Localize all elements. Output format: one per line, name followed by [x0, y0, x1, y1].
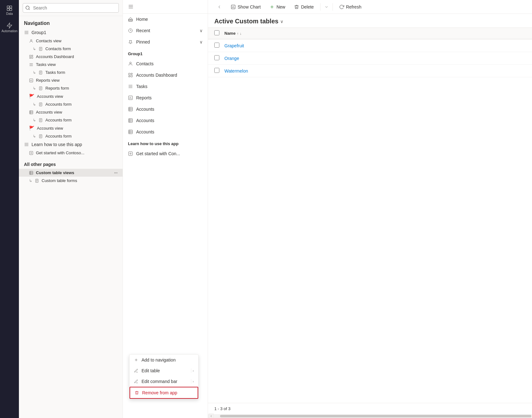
form-icon: [38, 47, 43, 51]
table-row[interactable]: Orange: [208, 52, 532, 65]
svg-rect-37: [30, 110, 33, 114]
nav-item-accounts-view-1[interactable]: 🚩 Accounts view: [19, 92, 123, 100]
nav-item-accounts-form-2[interactable]: ↳ Accounts form: [19, 116, 123, 124]
add-icon: [134, 358, 138, 362]
title-chevron-icon[interactable]: ∨: [280, 19, 283, 24]
svg-rect-52: [30, 151, 33, 155]
middle-group1-title: Group1: [123, 48, 208, 58]
middle-nav-home[interactable]: Home: [123, 14, 208, 25]
nav-item-custom-table-views[interactable]: Custom table views ···: [19, 169, 123, 177]
nav-item-get-started[interactable]: Get started with Contoso...: [19, 149, 123, 157]
scrollbar-area: [208, 414, 532, 418]
nav-item-accounts-dashboard[interactable]: Accounts Dashboard: [19, 53, 123, 61]
nav-item-tasks-form[interactable]: ↳ Tasks form: [19, 68, 123, 76]
edit-command-bar-label: Edit command bar: [142, 379, 177, 384]
sub-arrow-icon: ↳: [33, 102, 36, 107]
svg-rect-88: [129, 130, 132, 134]
add-to-navigation-item[interactable]: Add to navigation: [130, 355, 198, 365]
select-all-checkbox[interactable]: [214, 30, 219, 35]
edit-table-item[interactable]: Edit table ›: [130, 365, 198, 376]
delete-icon: [135, 391, 139, 395]
middle-nav-tasks[interactable]: Tasks: [123, 81, 208, 92]
accounts-1-nav-label: Accounts: [136, 107, 154, 112]
nav-item-contacts-view[interactable]: Contacts view: [19, 37, 123, 45]
table-header-row: Name ↑ ↓: [208, 28, 532, 39]
form-icon: [38, 70, 43, 75]
scroll-left-button[interactable]: [209, 414, 214, 418]
nav-item-accounts-view-3[interactable]: 🚩 Accounts view: [19, 124, 123, 132]
row-checkbox-cell: [214, 68, 224, 74]
svg-rect-72: [129, 76, 130, 77]
sub-arrow-icon: ↳: [33, 70, 36, 75]
automation-icon-item[interactable]: Automation: [1, 21, 18, 35]
middle-nav-pinned[interactable]: Pinned ∨: [123, 36, 208, 48]
svg-point-93: [130, 153, 131, 154]
middle-nav-accounts-dashboard[interactable]: Accounts Dashboard: [123, 69, 208, 81]
nav-item-label: Reports view: [36, 78, 60, 83]
back-button[interactable]: [213, 3, 226, 11]
recent-label: Recent: [136, 28, 150, 33]
nav-item-custom-table-forms[interactable]: ↳ Custom table forms: [19, 177, 123, 185]
remove-from-app-item[interactable]: Remove from app: [130, 387, 198, 399]
name-column-header[interactable]: Name ↑ ↓: [224, 31, 526, 36]
middle-nav-recent[interactable]: Recent ∨: [123, 25, 208, 36]
svg-point-53: [31, 152, 32, 154]
nav-item-tasks-view[interactable]: Tasks view: [19, 61, 123, 68]
refresh-label: Refresh: [346, 4, 361, 9]
nav-item-contacts-form[interactable]: ↳ Contacts form: [19, 45, 123, 53]
row-checkbox[interactable]: [214, 55, 219, 60]
data-icon-item[interactable]: Data: [1, 3, 18, 17]
row-checkbox-cell: [214, 43, 224, 49]
nav-item-reports-form[interactable]: ↳ Reports form: [19, 84, 123, 92]
row-name-link[interactable]: Orange: [224, 56, 526, 61]
delete-icon: [294, 4, 299, 9]
svg-rect-80: [129, 107, 132, 111]
search-input[interactable]: [23, 3, 119, 13]
automation-label: Automation: [2, 29, 18, 33]
scrollbar-track[interactable]: [220, 415, 531, 417]
middle-nav-get-started[interactable]: Get started with Con...: [123, 148, 208, 159]
row-checkbox[interactable]: [214, 68, 219, 73]
row-checkbox[interactable]: [214, 43, 219, 48]
table-row[interactable]: Grapefruit: [208, 39, 532, 52]
main-title: Active Custom tables: [214, 18, 278, 25]
row-name-link[interactable]: Watermelon: [224, 68, 526, 74]
svg-rect-69: [129, 73, 130, 75]
accounts-dashboard-nav-label: Accounts Dashboard: [136, 73, 177, 78]
more-dots-icon[interactable]: ···: [114, 170, 118, 175]
learn-section-header[interactable]: Learn how to use this app: [19, 140, 123, 149]
hamburger-icon[interactable]: [128, 4, 134, 9]
svg-rect-92: [129, 152, 132, 156]
nav-item-reports-view[interactable]: Reports view: [19, 76, 123, 84]
nav-item-accounts-form-3[interactable]: ↳ Accounts form: [19, 132, 123, 140]
middle-nav-accounts-1[interactable]: Accounts: [123, 103, 208, 115]
middle-nav-accounts-2[interactable]: Accounts: [123, 115, 208, 126]
toolbar-dropdown[interactable]: [323, 3, 330, 11]
nav-item-label: Tasks view: [36, 62, 56, 67]
svg-point-68: [130, 62, 131, 64]
middle-nav-reports[interactable]: Reports: [123, 92, 208, 103]
refresh-button[interactable]: Refresh: [335, 3, 365, 11]
tasks-icon: [29, 62, 33, 67]
table-row[interactable]: Watermelon: [208, 65, 532, 77]
delete-button[interactable]: Delete: [290, 3, 317, 11]
name-header-label: Name: [224, 31, 235, 36]
group1-header[interactable]: Group1: [19, 28, 123, 37]
help-icon: [29, 151, 33, 155]
edit-command-bar-item[interactable]: Edit command bar ›: [130, 376, 198, 387]
nav-item-accounts-view-2[interactable]: Accounts view: [19, 108, 123, 116]
svg-rect-54: [30, 171, 33, 174]
add-to-nav-label: Add to navigation: [142, 357, 176, 362]
get-started-nav-label: Get started with Con...: [136, 151, 180, 156]
svg-rect-3: [10, 9, 12, 11]
row-name-link[interactable]: Grapefruit: [224, 43, 526, 48]
show-chart-button[interactable]: Show Chart: [227, 3, 264, 11]
nav-item-accounts-form-1[interactable]: ↳ Accounts form: [19, 100, 123, 108]
edit-icon: [134, 368, 138, 373]
middle-nav-contacts[interactable]: Contacts: [123, 58, 208, 69]
form-icon: [38, 86, 43, 91]
middle-nav-accounts-3[interactable]: Accounts: [123, 126, 208, 138]
new-button[interactable]: New: [266, 3, 289, 11]
chevron-down-icon: [324, 5, 329, 9]
svg-rect-84: [129, 119, 132, 122]
